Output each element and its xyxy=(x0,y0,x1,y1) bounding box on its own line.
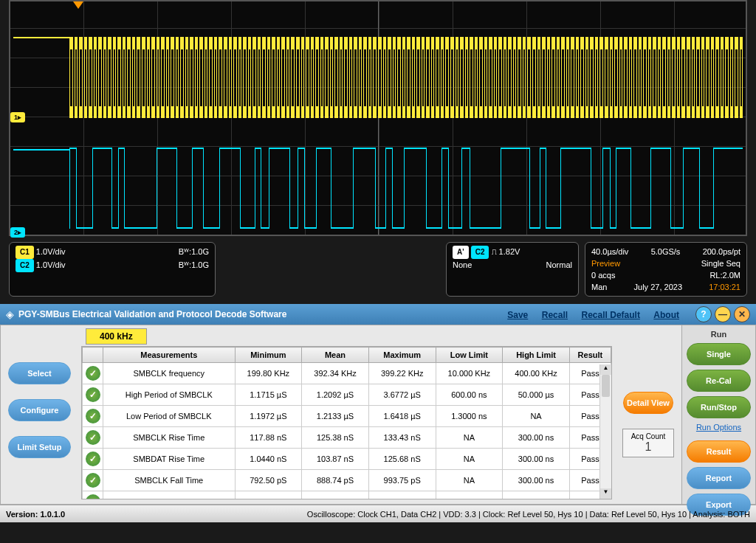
recal-button[interactable]: Re-Cal xyxy=(687,370,751,392)
c2-badge: C2 xyxy=(16,259,34,272)
table-header[interactable]: Low Limit xyxy=(436,347,503,363)
measurements-table-wrap: MeasurementsMinimumMeanMaximumLow LimitH… xyxy=(81,346,612,499)
run-options-link[interactable]: Run Options xyxy=(687,423,751,432)
waveform-ch1 xyxy=(10,31,746,120)
configure-button[interactable]: Configure xyxy=(8,399,71,421)
acq-count-label: Acq Count xyxy=(626,432,670,440)
channel-status-box[interactable]: C1 1.0V/div Bᵂ:1.0G C2 1.0V/div Bᵂ:1.0G xyxy=(9,242,216,297)
software-body: Select Configure Limit Setup 400 kHz Mea… xyxy=(0,325,756,505)
close-button[interactable]: ✕ xyxy=(734,306,750,322)
check-icon: ✓ xyxy=(86,494,100,499)
table-header[interactable]: High Limit xyxy=(503,347,570,363)
save-link[interactable]: Save xyxy=(507,310,528,320)
ch2-marker[interactable]: 2▸ xyxy=(10,227,25,238)
recall-link[interactable]: Recall xyxy=(542,310,568,320)
results-panel: 400 kHz MeasurementsMinimumMeanMaximumLo… xyxy=(78,325,615,504)
detail-view-button[interactable]: Detail View xyxy=(623,392,673,414)
rising-edge-icon: ⎍ xyxy=(492,247,497,256)
table-scrollbar[interactable]: ▲ ▼ xyxy=(599,364,611,499)
table-row[interactable]: ✓SMBCLK frequency199.80 KHz392.34 KHz399… xyxy=(83,363,611,384)
result-button[interactable]: Result xyxy=(687,440,751,463)
app-title-bar: ◈ PGY-SMBus Electrical Validation and Pr… xyxy=(0,304,756,325)
table-header[interactable]: Minimum xyxy=(235,347,302,363)
limit-setup-button[interactable]: Limit Setup xyxy=(8,436,71,458)
status-spacer xyxy=(221,242,440,297)
waveform-ch2 xyxy=(10,142,746,230)
check-icon: ✓ xyxy=(86,366,100,381)
left-sidebar: Select Configure Limit Setup xyxy=(1,325,78,504)
acq-count-value: 1 xyxy=(626,440,670,454)
run-panel-title: Run xyxy=(687,330,751,339)
acquisition-status-box[interactable]: 40.0µs/div5.0GS/s200.0ps/pt PreviewSingl… xyxy=(585,242,747,297)
check-icon: ✓ xyxy=(86,430,100,445)
trigger-marker-icon[interactable] xyxy=(73,1,83,9)
table-header[interactable]: Mean xyxy=(302,347,369,363)
ch1-marker[interactable]: 1▸ xyxy=(10,112,25,122)
minimize-button[interactable]: — xyxy=(715,306,731,322)
scope-status-bar: C1 1.0V/div Bᵂ:1.0G C2 1.0V/div Bᵂ:1.0G … xyxy=(0,239,756,300)
about-link[interactable]: About xyxy=(653,310,679,320)
measurements-table: MeasurementsMinimumMeanMaximumLow LimitH… xyxy=(82,347,611,499)
recall-default-link[interactable]: Recall Default xyxy=(582,310,640,320)
check-icon: ✓ xyxy=(86,452,100,466)
single-button[interactable]: Single xyxy=(687,343,751,365)
scroll-up-icon[interactable]: ▲ xyxy=(600,364,611,375)
table-header[interactable]: Measurements xyxy=(103,347,236,363)
frequency-tab[interactable]: 400 kHz xyxy=(86,328,147,345)
select-button[interactable]: Select xyxy=(8,362,71,384)
c1-badge: C1 xyxy=(16,246,34,259)
table-row[interactable]: ✓SMBDAT Fall Time1.0702 nS1.1820 nS1.282… xyxy=(83,491,611,500)
scroll-thumb[interactable] xyxy=(602,375,610,397)
report-button[interactable]: Report xyxy=(687,467,751,489)
table-header[interactable]: Maximum xyxy=(368,347,436,363)
version-label: Version: 1.0.1.0 xyxy=(6,510,65,519)
table-row[interactable]: ✓SMBCLK Fall Time792.50 pS888.74 pS993.7… xyxy=(83,470,611,491)
help-button[interactable]: ? xyxy=(695,306,712,322)
oscilloscope-display[interactable]: 1▸ 2▸ xyxy=(9,0,747,236)
footer-info: Oscilloscope: Clock CH1, Data CH2 | VDD:… xyxy=(65,510,750,519)
table-row[interactable]: ✓SMBDAT Rise Time1.0440 nS103.87 nS125.6… xyxy=(83,449,611,470)
app-title: PGY-SMBus Electrical Validation and Prot… xyxy=(18,309,507,319)
check-icon: ✓ xyxy=(86,473,100,488)
table-header[interactable]: Result xyxy=(569,347,611,363)
trigger-status-box[interactable]: A' C2 ⎍ 1.82V None Normal xyxy=(446,242,579,297)
check-icon: ✓ xyxy=(86,409,100,423)
acq-count-box: Acq Count 1 xyxy=(622,429,674,457)
table-row[interactable]: ✓SMBCLK Rise Time117.88 nS125.38 nS133.4… xyxy=(83,427,611,449)
table-row[interactable]: ✓Low Period of SMBCLK1.1972 µS1.2133 µS1… xyxy=(83,406,611,427)
mid-panel: Detail View Acq Count 1 xyxy=(615,325,681,504)
scroll-down-icon[interactable]: ▼ xyxy=(600,488,611,499)
check-icon: ✓ xyxy=(86,387,100,402)
bottom-status-bar: Version: 1.0.1.0 Oscilloscope: Clock CH1… xyxy=(0,505,756,522)
run-stop-button[interactable]: Run/Stop xyxy=(687,396,751,418)
table-row[interactable]: ✓High Period of SMBCLK1.1715 µS1.2092 µS… xyxy=(83,384,611,406)
run-panel: Run Single Re-Cal Run/Stop Run Options R… xyxy=(681,325,755,504)
app-logo-icon: ◈ xyxy=(6,308,14,320)
